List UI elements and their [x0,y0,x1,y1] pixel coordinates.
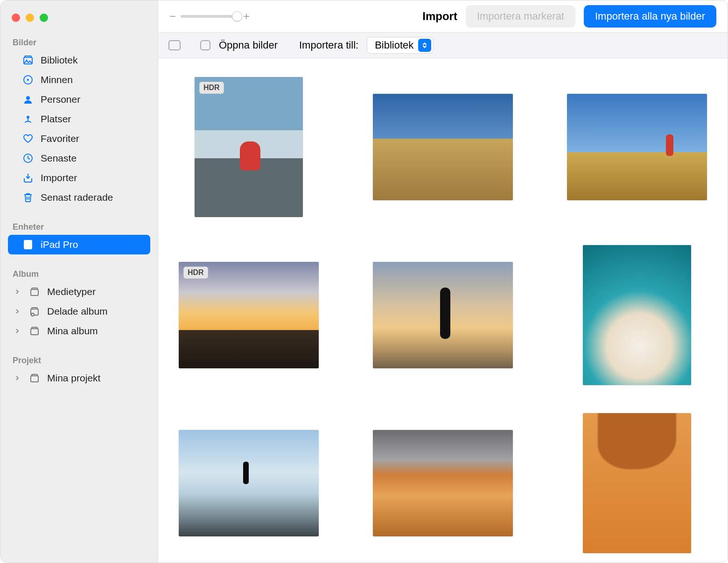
svg-point-4 [26,96,30,100]
section-heading-photos: Bilder [8,34,150,50]
sidebar-item-label: Senaste [41,153,77,164]
zoom-slider-knob[interactable] [232,11,242,21]
svg-point-13 [31,313,34,316]
photo-cell [369,413,517,553]
sidebar-item-favorites[interactable]: Favoriter [8,129,150,148]
photo-cell: HDR [175,77,322,217]
sidebar: Bilder Bibliotek Minnen Personer Platser [0,0,158,563]
sidebar-item-label: Medietyper [47,286,96,297]
svg-rect-0 [24,57,32,64]
places-icon [22,113,34,125]
svg-rect-15 [32,327,37,329]
section-heading-projects: Projekt [8,352,150,368]
photo-cell [563,245,711,385]
sidebar-item-my-albums[interactable]: Mina album [8,321,150,341]
svg-point-5 [27,116,29,119]
zoom-window-button[interactable] [40,14,48,22]
sidebar-item-media-types[interactable]: Medietyper [8,282,150,302]
trash-icon [22,191,34,204]
import-to-select[interactable]: Bibliotek [367,37,434,54]
hdr-badge: HDR [199,82,224,94]
select-all-checkbox[interactable] [168,40,181,50]
zoom-control: − + [169,10,250,23]
photo-thumbnail[interactable] [373,262,513,368]
sidebar-item-my-projects[interactable]: Mina projekt [8,368,150,388]
sidebar-item-ipad-pro[interactable]: iPad Pro [8,235,150,254]
photo-thumbnail[interactable] [373,94,513,200]
sidebar-item-label: Importer [41,172,77,183]
sidebar-item-label: Bibliotek [41,55,77,66]
minimize-window-button[interactable] [26,14,34,22]
sidebar-item-label: Minnen [41,74,73,85]
photo-grid: HDRHDR [175,77,711,553]
photo-thumbnail[interactable] [179,430,319,536]
chevron-updown-icon [418,39,431,52]
photo-thumbnail[interactable] [583,413,691,553]
import-icon [22,172,34,184]
import-options-bar: Öppna bilder Importera till: Bibliotek [158,32,728,58]
sidebar-item-label: Favoriter [41,133,79,144]
sidebar-item-label: Senast raderade [41,192,113,203]
sidebar-item-label: Personer [41,94,80,105]
photo-thumbnail[interactable]: HDR [179,262,319,368]
import-selected-button[interactable]: Importera markerat [466,5,575,28]
photo-thumbnail[interactable] [583,245,691,385]
photo-cell [563,77,711,217]
hdr-badge: HDR [183,267,208,279]
svg-rect-16 [31,376,38,382]
svg-rect-14 [31,329,38,335]
photo-thumbnail[interactable]: HDR [195,77,303,217]
chevron-right-icon [14,375,20,381]
sidebar-item-label: Delade album [47,306,108,317]
sidebar-item-recently-deleted[interactable]: Senast raderade [8,188,150,207]
sidebar-item-label: iPad Pro [41,239,78,250]
sidebar-item-people[interactable]: Personer [8,90,150,109]
photo-cell [563,413,711,553]
library-icon [22,54,34,66]
chevron-right-icon [14,328,20,334]
photo-cell [369,245,517,385]
import-to-label: Importera till: [299,39,358,51]
sidebar-item-library[interactable]: Bibliotek [8,50,150,70]
album-icon [28,372,41,384]
photo-thumbnail[interactable] [373,430,513,536]
chevron-right-icon [14,309,20,314]
photo-thumbnail[interactable] [567,94,707,200]
heart-icon [22,133,34,145]
album-icon [28,325,41,337]
sidebar-item-shared-albums[interactable]: Delade album [8,302,150,321]
section-heading-albums: Album [8,266,150,282]
zoom-out-button[interactable]: − [169,10,176,23]
photo-grid-scroll[interactable]: HDRHDR [158,58,728,563]
sidebar-item-label: Mina album [47,325,98,337]
window-controls [8,9,150,34]
photo-cell [175,413,322,553]
clock-icon [22,152,34,164]
sidebar-item-places[interactable]: Platser [8,109,150,129]
zoom-in-button[interactable]: + [243,10,250,23]
main-pane: − + Import Importera markerat Importera … [158,0,728,563]
chevron-right-icon [14,289,20,295]
import-to-value: Bibliotek [375,39,413,51]
svg-rect-1 [25,56,31,57]
toolbar: − + Import Importera markerat Importera … [158,0,728,32]
svg-rect-10 [32,288,37,289]
app-window: Bilder Bibliotek Minnen Personer Platser [0,0,728,563]
album-icon [28,286,41,298]
import-all-button[interactable]: Importera alla nya bilder [584,5,716,28]
zoom-slider[interactable] [181,15,238,18]
close-window-button[interactable] [12,14,20,22]
sidebar-item-recents[interactable]: Senaste [8,148,150,168]
memories-icon [22,74,34,86]
svg-rect-17 [32,374,37,376]
ipad-icon [22,239,34,251]
sidebar-item-label: Mina projekt [47,373,100,384]
open-photos-label: Öppna bilder [219,39,278,51]
sidebar-item-imports[interactable]: Importer [8,168,150,188]
people-icon [22,93,34,106]
open-photos-checkbox[interactable] [200,40,210,50]
sidebar-item-memories[interactable]: Minnen [8,70,150,90]
sidebar-item-label: Platser [41,113,71,125]
photo-cell [369,77,517,217]
section-heading-devices: Enheter [8,218,150,235]
